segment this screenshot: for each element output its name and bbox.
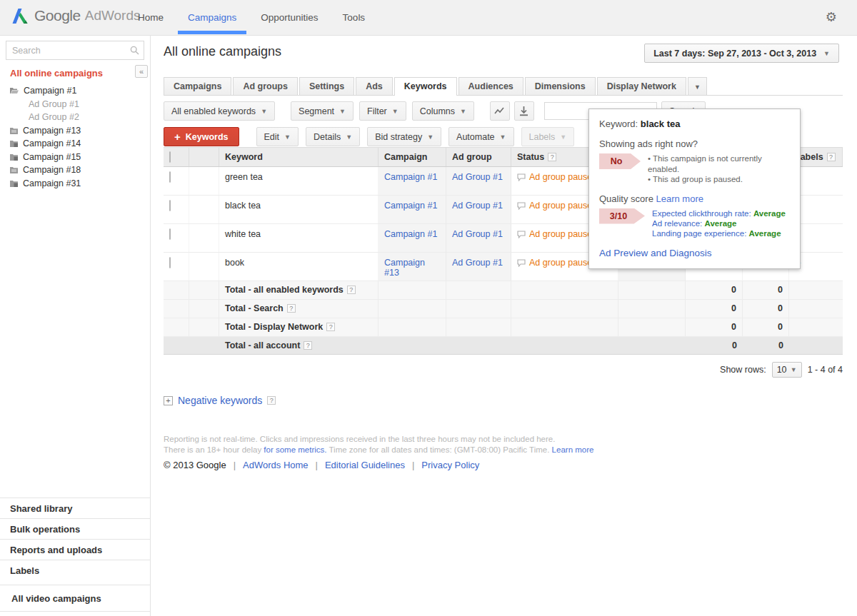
nav-opportunities[interactable]: Opportunities — [261, 0, 318, 36]
some-metrics-link[interactable]: for some metrics. — [264, 445, 326, 454]
tab-keywords[interactable]: Keywords — [394, 77, 457, 96]
folder-icon — [10, 153, 18, 161]
nav-tools[interactable]: Tools — [343, 0, 366, 36]
sidebar-all-online-campaigns[interactable]: All online campaigns — [10, 68, 103, 79]
help-icon[interactable]: ? — [326, 323, 335, 331]
help-icon[interactable]: ? — [347, 286, 356, 294]
total-label: Total - all account? — [219, 337, 379, 354]
sidebar-item-bulk-operations[interactable]: Bulk operations — [0, 518, 150, 539]
showing-ads-badge: No — [599, 153, 641, 169]
help-icon[interactable]: ? — [287, 304, 296, 313]
gear-icon[interactable]: ⚙ — [826, 9, 837, 25]
chart-button[interactable] — [490, 101, 510, 121]
status-dot-header[interactable] — [189, 148, 219, 166]
keyword-cell[interactable]: white tea — [219, 224, 379, 252]
nav-campaigns[interactable]: Campaigns — [188, 0, 236, 36]
col-campaign[interactable]: Campaign — [379, 148, 446, 166]
ad-group-link[interactable]: Ad Group #1 — [452, 201, 503, 211]
sidebar-item-campaign-14[interactable]: Campaign #14 — [0, 137, 150, 151]
sidebar-item-labels[interactable]: Labels — [0, 560, 150, 580]
campaign-link[interactable]: Campaign #1 — [384, 172, 437, 182]
help-icon[interactable]: ? — [548, 153, 556, 161]
view-filter-dropdown[interactable]: All enabled keywords▼ — [164, 101, 275, 121]
tab-settings[interactable]: Settings — [299, 77, 354, 95]
tab-ads[interactable]: Ads — [356, 77, 393, 95]
search-input[interactable] — [6, 41, 144, 60]
tab-audiences[interactable]: Audiences — [458, 77, 523, 95]
date-range-selector[interactable]: Last 7 days: Sep 27, 2013 - Oct 3, 2013 … — [644, 44, 839, 63]
keyword-cell[interactable]: green tea — [219, 167, 379, 195]
sidebar-item-campaign-13[interactable]: Campaign #13 — [0, 124, 150, 138]
tab-ad-groups[interactable]: Ad groups — [233, 77, 298, 95]
learn-more-link[interactable]: Learn more — [656, 193, 703, 204]
campaign-link[interactable]: Campaign #1 — [384, 201, 437, 211]
labels-dropdown: Labels▼ — [521, 127, 575, 146]
speech-bubble-icon — [517, 173, 526, 181]
ad-preview-diagnosis-link[interactable]: Ad Preview and Diagnosis — [599, 248, 790, 258]
keyword-status-dot[interactable] — [189, 253, 219, 281]
ad-group-label: Ad Group #2 — [29, 112, 79, 122]
columns-dropdown[interactable]: Columns▼ — [412, 101, 474, 121]
sidebar-item-campaign-15[interactable]: Campaign #15 — [0, 151, 150, 164]
keyword-cell[interactable]: black tea — [219, 196, 379, 223]
filter-dropdown[interactable]: Filter▼ — [359, 101, 406, 121]
col-ad-group[interactable]: Ad group — [446, 148, 511, 166]
folder-icon — [10, 166, 18, 173]
sidebar-item-campaign-31[interactable]: Campaign #31 — [0, 177, 150, 191]
row-checkbox[interactable] — [169, 228, 171, 240]
learn-more-link[interactable]: Learn more — [552, 445, 594, 454]
keyword-cell[interactable]: book — [219, 253, 379, 281]
search-icon[interactable] — [130, 46, 139, 55]
col-keyword[interactable]: Keyword — [219, 148, 379, 166]
sidebar-item-all-video-campaigns[interactable]: All video campaigns — [0, 585, 150, 612]
show-rows-select[interactable]: 10 ▼ — [772, 362, 802, 378]
total-clicks: 0 — [686, 318, 743, 336]
row-checkbox[interactable] — [169, 171, 171, 183]
campaign-link[interactable]: Campaign #1 — [384, 229, 437, 239]
negative-keywords-link[interactable]: Negative keywords — [178, 395, 262, 406]
row-checkbox[interactable] — [169, 200, 171, 211]
speech-bubble-icon — [517, 259, 526, 267]
row-checkbox[interactable] — [169, 257, 171, 268]
sidebar-item-shared-library[interactable]: Shared library — [0, 498, 150, 518]
keyword-status-dot[interactable] — [189, 167, 219, 195]
expand-icon[interactable]: + — [164, 396, 173, 405]
folder-icon — [10, 140, 18, 147]
total-clicks: 0 — [686, 337, 743, 354]
nav-home[interactable]: Home — [138, 0, 164, 36]
tab-overflow-dropdown[interactable]: ▼ — [688, 77, 707, 95]
ad-group-link[interactable]: Ad Group #1 — [452, 229, 503, 239]
tab-campaigns[interactable]: Campaigns — [164, 77, 231, 95]
campaign-link[interactable]: Campaign #13 — [384, 258, 425, 278]
chevron-down-icon: ▼ — [500, 133, 506, 141]
sidebar-item-campaign-1[interactable]: Campaign #1 — [0, 84, 150, 98]
tab-display-network[interactable]: Display Network — [597, 77, 686, 95]
editorial-guidelines-link[interactable]: Editorial Guidelines — [325, 460, 405, 470]
download-button[interactable] — [514, 101, 534, 121]
ad-group-link[interactable]: Ad Group #1 — [452, 172, 503, 182]
automate-dropdown[interactable]: Automate▼ — [448, 127, 513, 146]
tab-dimensions[interactable]: Dimensions — [525, 77, 596, 95]
footnote-text: Time zone for all dates and times: (GMT-… — [327, 445, 552, 454]
ad-group-link[interactable]: Ad Group #1 — [452, 258, 503, 268]
help-icon[interactable]: ? — [304, 341, 312, 350]
sidebar-item-reports-and-uploads[interactable]: Reports and uploads — [0, 539, 150, 560]
select-all-checkbox[interactable] — [169, 151, 171, 163]
help-icon[interactable]: ? — [827, 153, 836, 161]
sidebar-collapse-button[interactable]: « — [135, 65, 148, 78]
details-dropdown[interactable]: Details▼ — [306, 127, 360, 146]
keyword-status-dot[interactable] — [189, 196, 219, 223]
negative-keywords-section: + Negative keywords ? — [164, 395, 276, 406]
adwords-home-link[interactable]: AdWords Home — [243, 460, 309, 470]
segment-dropdown[interactable]: Segment▼ — [291, 101, 354, 121]
sidebar-item-ad-group-2[interactable]: Ad Group #2 — [0, 111, 150, 124]
sidebar-item-campaign-18[interactable]: Campaign #18 — [0, 163, 150, 177]
edit-dropdown[interactable]: Edit▼ — [256, 127, 299, 146]
sidebar-item-ad-group-1[interactable]: Ad Group #1 — [0, 98, 150, 111]
keyword-status-dot[interactable] — [189, 224, 219, 252]
privacy-policy-link[interactable]: Privacy Policy — [421, 460, 479, 470]
bid-strategy-dropdown[interactable]: Bid strategy▼ — [367, 127, 441, 146]
campaign-tree: Campaign #1 Ad Group #1 Ad Group #2 Camp… — [0, 84, 150, 190]
add-keywords-button[interactable]: + Keywords — [164, 127, 239, 146]
help-icon[interactable]: ? — [267, 396, 276, 405]
